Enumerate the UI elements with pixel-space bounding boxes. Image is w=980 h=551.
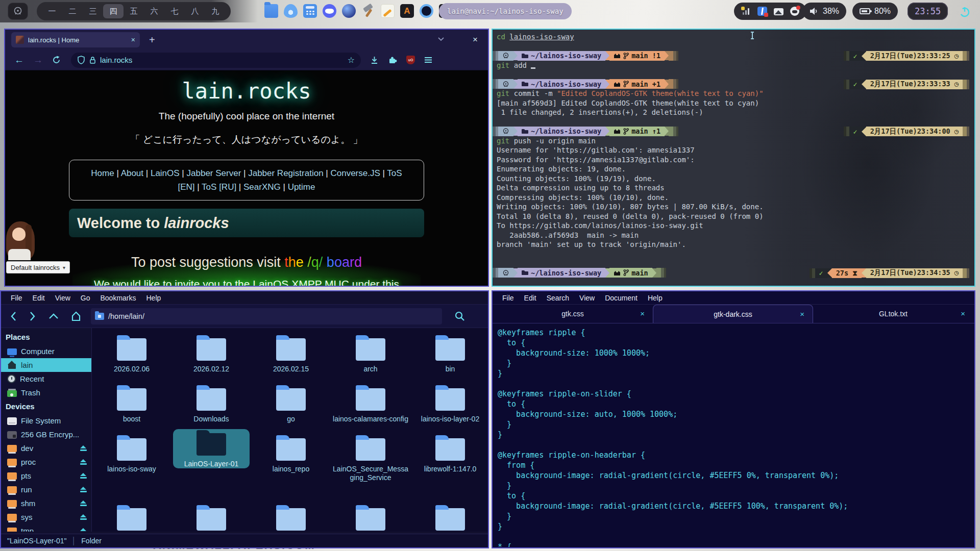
eject-icon[interactable] xyxy=(80,459,87,465)
folder-item[interactable] xyxy=(92,504,172,532)
downloads-icon[interactable] xyxy=(370,56,379,64)
bookmark-star-icon[interactable]: ☆ xyxy=(348,55,355,65)
sidebar-item-lain[interactable]: lain xyxy=(1,358,91,372)
folder-2026-02-12[interactable]: 2026.02.12 xyxy=(172,334,251,373)
folder-lainos-repo[interactable]: lainos_repo xyxy=(251,434,331,473)
menu-go[interactable]: Go xyxy=(76,294,95,302)
calculator-icon[interactable] xyxy=(303,4,317,18)
url-bar[interactable]: lain.rocks ☆ xyxy=(71,53,361,68)
eject-icon[interactable] xyxy=(80,528,87,532)
workspace-5[interactable]: 五 xyxy=(124,4,144,18)
eject-icon[interactable] xyxy=(80,473,87,479)
folder-lainos-iso-sway[interactable]: lainos-iso-sway xyxy=(92,434,172,473)
menu-edit[interactable]: Edit xyxy=(520,294,541,302)
folder-item[interactable] xyxy=(410,504,488,532)
notes-icon[interactable] xyxy=(381,4,395,18)
hammer-icon[interactable] xyxy=(361,4,375,18)
editor-tab-gtk-css[interactable]: gtk.css× xyxy=(493,305,653,323)
workspace-1[interactable]: 一 xyxy=(42,4,62,18)
nav-link-tos-ru-[interactable]: ToS [RU] xyxy=(202,182,236,192)
sidebar-device-pts[interactable]: pts xyxy=(1,469,91,483)
menu-view[interactable]: View xyxy=(575,294,599,302)
menu-file[interactable]: File xyxy=(498,294,519,302)
reload-button[interactable] xyxy=(52,56,61,64)
sidebar-device-dev[interactable]: dev xyxy=(1,441,91,455)
discord-icon[interactable] xyxy=(323,4,336,18)
folder-librewolf-1-147-0[interactable]: librewolf-1:147.0 xyxy=(410,434,488,473)
folder-lainos-calamares-config[interactable]: lainos-calamares-config xyxy=(331,384,410,423)
flame-icon[interactable] xyxy=(284,4,298,18)
menu-help[interactable]: Help xyxy=(643,294,667,302)
up-button[interactable] xyxy=(48,313,59,320)
nav-link-converse-js[interactable]: Converse.JS xyxy=(330,168,380,178)
sphere-icon[interactable] xyxy=(342,4,356,18)
profile-selector[interactable]: Default lainrocks ▾ xyxy=(6,261,70,273)
arch-icon[interactable] xyxy=(400,4,414,18)
power-button[interactable] xyxy=(959,5,972,18)
folder-downloads[interactable]: Downloads xyxy=(172,384,251,423)
sidebar-device-256-gb-encryp-[interactable]: 256 GB Encryp... xyxy=(1,428,91,441)
sidebar-item-recent[interactable]: Recent xyxy=(1,372,91,386)
forward-button[interactable] xyxy=(29,311,37,322)
back-button[interactable] xyxy=(9,311,17,322)
sidebar-device-file-system[interactable]: File System xyxy=(1,414,91,428)
menu-document[interactable]: Document xyxy=(600,294,642,302)
tab-close-icon[interactable]: × xyxy=(131,36,135,43)
sidebar-device-run[interactable]: run xyxy=(1,483,91,496)
editor-code-area[interactable]: @keyframes ripple { to { background-size… xyxy=(493,323,974,547)
tab-close-icon[interactable]: × xyxy=(640,310,645,317)
eject-icon[interactable] xyxy=(80,487,87,492)
sidebar-item-trash[interactable]: Trash xyxy=(1,386,91,399)
workspace-4[interactable]: 四 xyxy=(103,4,124,18)
editor-tab-gltok-txt[interactable]: GLtok.txt× xyxy=(813,305,973,323)
forward-button[interactable]: → xyxy=(33,55,43,66)
eject-icon[interactable] xyxy=(80,514,87,520)
folder-arch[interactable]: arch xyxy=(331,334,410,373)
workspace-2[interactable]: 二 xyxy=(62,4,83,18)
home-button[interactable] xyxy=(70,311,82,322)
new-tab-button[interactable]: + xyxy=(149,34,155,46)
browser-tab[interactable]: lain.rocks | Home × xyxy=(11,32,140,47)
eject-icon[interactable] xyxy=(80,445,87,451)
tab-close-icon[interactable]: × xyxy=(961,310,965,317)
folder-lainos-iso-layer-02[interactable]: lainos-iso-layer-02 xyxy=(410,384,488,423)
nav-link-searxng[interactable]: SearXNG xyxy=(243,182,281,192)
window-close-icon[interactable]: × xyxy=(473,35,478,45)
menu-view[interactable]: View xyxy=(51,294,75,302)
sidebar-device-tmp[interactable]: tmp xyxy=(1,524,91,532)
volume-indicator[interactable]: 38% xyxy=(802,3,846,20)
folder-bin[interactable]: bin xyxy=(410,334,488,373)
workspace-6[interactable]: 六 xyxy=(144,4,164,18)
menu-bookmarks[interactable]: Bookmarks xyxy=(95,294,140,302)
screenshot-icon[interactable] xyxy=(774,8,783,15)
path-bar[interactable]: /home/lain/ xyxy=(91,308,442,324)
list-tabs-chevron-icon[interactable] xyxy=(437,37,445,41)
sidebar-device-shm[interactable]: shm xyxy=(1,496,91,510)
librewolf-icon[interactable] xyxy=(420,4,433,18)
folder-2026-02-06[interactable]: 2026.02.06 xyxy=(92,334,172,373)
folder-item[interactable] xyxy=(331,504,410,532)
nav-link-lainos[interactable]: LainOS xyxy=(151,168,180,178)
editor-tab-gtk-dark-css[interactable]: gtk-dark.css× xyxy=(653,305,813,323)
bluetooth-off-icon[interactable] xyxy=(757,7,767,16)
nav-link-jabber-registration[interactable]: Jabber Registration xyxy=(248,168,323,178)
workspace-9[interactable]: 九 xyxy=(205,4,226,18)
ublock-icon[interactable]: uO xyxy=(406,56,415,64)
extensions-puzzle-icon[interactable] xyxy=(388,56,397,64)
menu-help[interactable]: Help xyxy=(142,294,166,302)
discord-icon[interactable] xyxy=(790,7,799,16)
nav-link-uptime[interactable]: Uptime xyxy=(288,182,315,192)
folder-boost[interactable]: boost xyxy=(92,384,172,423)
folder-icon[interactable] xyxy=(264,4,278,18)
eject-icon[interactable] xyxy=(80,500,87,506)
clock[interactable]: 23:55 xyxy=(908,3,948,20)
menu-hamburger-icon[interactable] xyxy=(424,57,432,63)
search-icon[interactable] xyxy=(454,311,465,322)
menu-search[interactable]: Search xyxy=(542,294,574,302)
nav-link-jabber-server[interactable]: Jabber Server xyxy=(187,168,241,178)
menu-file[interactable]: File xyxy=(6,294,27,302)
folder-item[interactable] xyxy=(251,504,331,532)
workspace-7[interactable]: 七 xyxy=(164,4,185,18)
folder-lainos-layer-01[interactable]: LainOS-Layer-01 xyxy=(173,429,250,468)
tab-close-icon[interactable]: × xyxy=(800,311,804,318)
